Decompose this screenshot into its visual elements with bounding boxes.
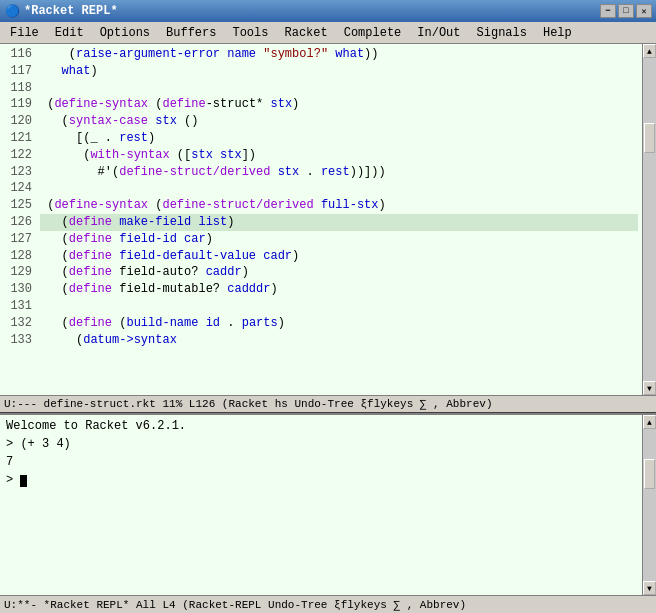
repl-scroll-track[interactable] xyxy=(643,429,656,581)
repl-scroll-thumb[interactable] xyxy=(644,459,655,489)
menu-item-signals[interactable]: Signals xyxy=(469,24,535,42)
menu-item-options[interactable]: Options xyxy=(92,24,158,42)
repl-scrollbar[interactable]: ▲ ▼ xyxy=(642,415,656,595)
maximize-button[interactable]: □ xyxy=(618,4,634,18)
menu-item-edit[interactable]: Edit xyxy=(47,24,92,42)
scroll-up-button[interactable]: ▲ xyxy=(643,44,656,58)
editor-scrollbar[interactable]: ▲ ▼ xyxy=(642,44,656,395)
editor-status-text: U:--- define-struct.rkt 11% L126 (Racket… xyxy=(4,398,492,410)
repl-content[interactable]: Welcome to Racket v6.2.1. > (+ 3 4) 7 > xyxy=(0,415,656,595)
title-buttons: − □ ✕ xyxy=(600,4,652,18)
scroll-down-button[interactable]: ▼ xyxy=(643,381,656,395)
close-button[interactable]: ✕ xyxy=(636,4,652,18)
menu-item-racket[interactable]: Racket xyxy=(276,24,335,42)
title-text: *Racket REPL* xyxy=(24,4,118,18)
scroll-track[interactable] xyxy=(643,58,656,381)
menu-item-tools[interactable]: Tools xyxy=(224,24,276,42)
line-numbers: 116 117 118 119 120 121 122 123 124 125 … xyxy=(0,44,36,395)
repl-status: U:**- *Racket REPL* All L4 (Racket-REPL … xyxy=(0,595,656,613)
menu-item-buffers[interactable]: Buffers xyxy=(158,24,224,42)
menu-item-help[interactable]: Help xyxy=(535,24,580,42)
title-bar-left: 🔵 *Racket REPL* xyxy=(4,3,118,19)
repl-scroll-down-button[interactable]: ▼ xyxy=(643,581,656,595)
repl-pane: Welcome to Racket v6.2.1. > (+ 3 4) 7 > … xyxy=(0,413,656,613)
menu-item-complete[interactable]: Complete xyxy=(336,24,410,42)
minimize-button[interactable]: − xyxy=(600,4,616,18)
repl-scroll-up-button[interactable]: ▲ xyxy=(643,415,656,429)
title-bar: 🔵 *Racket REPL* − □ ✕ xyxy=(0,0,656,22)
main-container: 116 117 118 119 120 121 122 123 124 125 … xyxy=(0,44,656,613)
menu-item-in/out[interactable]: In/Out xyxy=(409,24,468,42)
editor-pane: 116 117 118 119 120 121 122 123 124 125 … xyxy=(0,44,656,395)
scroll-thumb[interactable] xyxy=(644,123,655,153)
title-icon: 🔵 xyxy=(4,3,20,19)
menu-item-file[interactable]: File xyxy=(2,24,47,42)
code-area[interactable]: (raise-argument-error name "symbol?" wha… xyxy=(36,44,642,395)
editor-status: U:--- define-struct.rkt 11% L126 (Racket… xyxy=(0,395,656,413)
repl-status-text: U:**- *Racket REPL* All L4 (Racket-REPL … xyxy=(4,599,466,611)
menu-bar: FileEditOptionsBuffersToolsRacketComplet… xyxy=(0,22,656,44)
